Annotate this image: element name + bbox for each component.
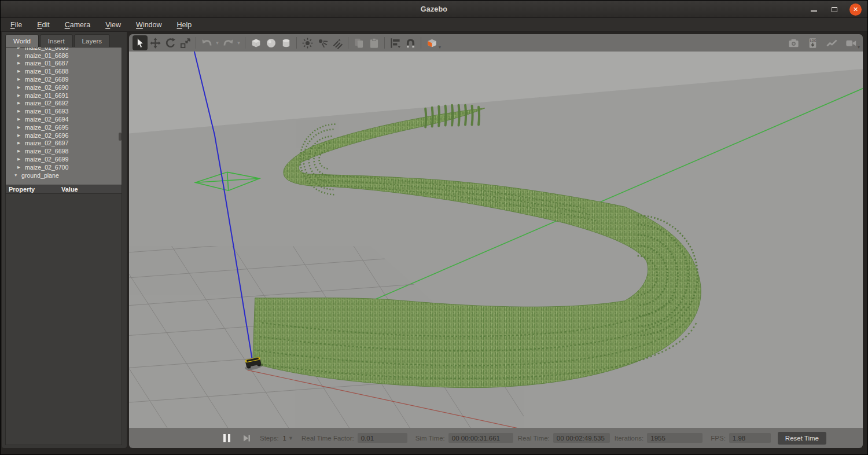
maximize-button[interactable] — [829, 3, 840, 15]
cylinder-icon — [280, 37, 292, 49]
tree-item-maize_02_6689[interactable]: ▶maize_02_6689 — [6, 75, 122, 83]
expand-arrow-icon[interactable]: ▶ — [17, 47, 25, 50]
sim-time-value: 00 00:00:31.661 — [448, 433, 513, 443]
reset-time-button[interactable]: Reset Time — [778, 432, 826, 445]
redo-history-button[interactable]: ▾ — [236, 40, 242, 46]
expand-arrow-icon[interactable]: ▶ — [17, 109, 25, 113]
tree-item-ground_plane[interactable]: ▼ground_plane — [6, 171, 122, 179]
steps-value[interactable]: 1 — [283, 435, 286, 442]
redo-icon — [222, 37, 234, 49]
data-logger-button[interactable]: LOG — [805, 35, 820, 50]
value-column-header: Value — [61, 186, 78, 193]
tab-layers[interactable]: Layers — [74, 34, 111, 47]
expand-arrow-icon[interactable]: ▶ — [17, 133, 25, 138]
align-button[interactable] — [388, 35, 403, 50]
collapse-arrow-icon[interactable]: ▼ — [14, 173, 21, 177]
close-button[interactable]: ✕ — [849, 3, 862, 16]
expand-arrow-icon[interactable]: ▶ — [17, 85, 25, 90]
expand-arrow-icon[interactable]: ▶ — [17, 53, 25, 58]
tree-item-maize_02_6692[interactable]: ▶maize_02_6692 — [6, 100, 122, 108]
expand-arrow-icon[interactable]: ▶ — [17, 141, 25, 145]
expand-arrow-icon[interactable]: ▶ — [17, 165, 25, 170]
tree-item-maize_02_6690[interactable]: ▶maize_02_6690 — [6, 83, 122, 91]
view-angle-button[interactable] — [424, 35, 439, 50]
expand-arrow-icon[interactable]: ▶ — [17, 149, 25, 153]
undo-history-button[interactable]: ▾ — [214, 40, 220, 46]
cylinder-button[interactable] — [278, 35, 293, 50]
left-panel: WorldInsertLayers ▶maize_01_6685▶maize_0… — [2, 32, 127, 448]
plot-button[interactable] — [824, 35, 839, 50]
tree-item-maize_02_6699[interactable]: ▶maize_02_6699 — [6, 155, 122, 163]
property-table-header: Property Value — [5, 185, 122, 194]
redo-button[interactable] — [220, 35, 236, 50]
menu-window[interactable]: Window — [128, 20, 169, 30]
snap-button[interactable] — [403, 35, 418, 50]
copy-icon — [353, 37, 365, 49]
directional-light-button[interactable] — [330, 35, 345, 50]
tree-item-maize_01_6688[interactable]: ▶maize_01_6688 — [6, 67, 122, 75]
spot-light-icon — [317, 37, 329, 49]
tree-item-label: maize_02_6696 — [25, 132, 68, 139]
screenshot-button[interactable] — [786, 35, 801, 50]
menu-help[interactable]: Help — [170, 20, 200, 30]
translate-button[interactable] — [148, 35, 163, 50]
copy-button[interactable] — [351, 35, 366, 50]
tree-item-maize_02_6694[interactable]: ▶maize_02_6694 — [6, 115, 122, 123]
tree-item-maize_02_6698[interactable]: ▶maize_02_6698 — [6, 147, 122, 155]
tree-item-maize_02_6697[interactable]: ▶maize_02_6697 — [6, 140, 122, 148]
iterations-value: 1955 — [647, 433, 703, 443]
point-light-button[interactable] — [300, 35, 315, 50]
undo-button[interactable] — [199, 35, 214, 50]
step-button[interactable] — [241, 434, 252, 443]
record-video-button[interactable] — [843, 35, 858, 50]
property-column-header: Property — [6, 186, 61, 193]
box-button[interactable] — [248, 35, 263, 50]
model-tree[interactable]: ▶maize_01_6685▶maize_01_6686▶maize_01_66… — [5, 47, 122, 185]
menu-edit[interactable]: Edit — [30, 20, 57, 30]
spot-light-button[interactable] — [315, 35, 330, 50]
align-icon — [389, 37, 402, 49]
tree-scrollbar-thumb[interactable] — [119, 133, 122, 141]
expand-arrow-icon[interactable]: ▶ — [17, 61, 25, 65]
tree-item-maize_01_6687[interactable]: ▶maize_01_6687 — [6, 60, 122, 68]
menu-camera[interactable]: Camera — [57, 20, 98, 30]
rotate-button[interactable] — [163, 35, 178, 50]
minimize-icon — [811, 10, 817, 12]
title-bar[interactable]: Gazebo ✕ — [1, 1, 867, 18]
tree-item-maize_02_6696[interactable]: ▶maize_02_6696 — [6, 131, 122, 140]
expand-arrow-icon[interactable]: ▶ — [17, 117, 25, 122]
scale-button[interactable] — [178, 35, 193, 50]
expand-arrow-icon[interactable]: ▶ — [17, 101, 25, 105]
pause-button[interactable] — [220, 432, 233, 444]
expand-arrow-icon[interactable]: ▶ — [17, 69, 25, 74]
tree-item-maize_01_6691[interactable]: ▶maize_01_6691 — [6, 91, 122, 100]
select-button[interactable] — [133, 35, 148, 50]
menu-file[interactable]: File — [3, 20, 30, 30]
viewport-canvas[interactable] — [129, 52, 863, 428]
tree-item-maize_02_6695[interactable]: ▶maize_02_6695 — [6, 123, 122, 131]
steps-dropdown-icon[interactable]: ▼ — [288, 435, 293, 441]
tree-item-maize_01_6686[interactable]: ▶maize_01_6686 — [6, 52, 122, 60]
expand-arrow-icon[interactable]: ▶ — [17, 77, 25, 82]
expand-arrow-icon[interactable]: ▶ — [17, 125, 25, 130]
paste-button[interactable] — [366, 35, 381, 50]
property-table-body[interactable] — [5, 194, 122, 445]
toolbar-separator — [421, 37, 421, 49]
tab-world[interactable]: World — [5, 34, 39, 47]
menu-view[interactable]: View — [98, 20, 128, 30]
pause-icon — [223, 434, 226, 442]
fps-label: FPS: — [711, 435, 726, 442]
tree-item-label: maize_02_6690 — [25, 84, 68, 91]
tree-item-maize_02_6700[interactable]: ▶maize_02_6700 — [6, 163, 122, 171]
model-tree-list: ▶maize_01_6685▶maize_01_6686▶maize_01_66… — [6, 47, 122, 179]
tree-item-label: maize_02_6699 — [25, 156, 68, 163]
tab-insert[interactable]: Insert — [40, 34, 73, 47]
menu-bar: FileEditCameraViewWindowHelp — [1, 18, 867, 32]
minimize-button[interactable] — [808, 3, 819, 15]
sphere-button[interactable] — [263, 35, 278, 50]
tree-item-maize_01_6685[interactable]: ▶maize_01_6685 — [6, 47, 122, 52]
expand-arrow-icon[interactable]: ▶ — [17, 157, 25, 162]
iterations-label: Iterations: — [615, 435, 644, 442]
tree-item-maize_01_6693[interactable]: ▶maize_01_6693 — [6, 107, 122, 115]
expand-arrow-icon[interactable]: ▶ — [17, 93, 25, 98]
